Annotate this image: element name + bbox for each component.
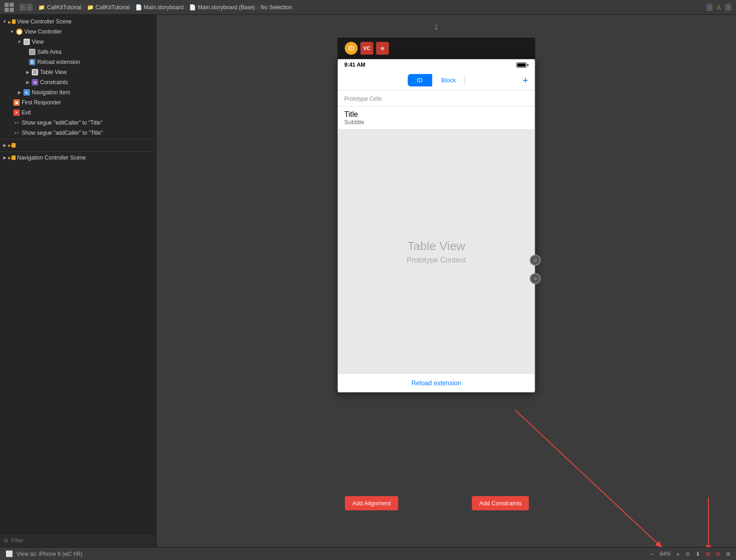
- sep-2: ›: [132, 4, 133, 11]
- label-safe-area: Safe Area: [37, 49, 62, 55]
- xcode-bottom-right: − 94% + ⊙ ⬇ ⊞ ⊟ ⊕: [650, 550, 730, 558]
- breadcrumb-label-3: Main.storyboard: [144, 4, 184, 11]
- breadcrumb-4[interactable]: 📄 Main.storyboard (Base): [189, 4, 255, 11]
- arrow-vcs: ▼: [1, 19, 8, 24]
- arrow-table: ▶: [24, 70, 31, 74]
- grid-icon[interactable]: [5, 3, 14, 12]
- zoom-plus-btn[interactable]: +: [676, 550, 680, 558]
- next-issue[interactable]: ›: [725, 4, 731, 11]
- sidebar-item-reload-ext[interactable]: B Reload extension: [0, 57, 156, 67]
- battery-fill: [518, 63, 526, 67]
- down-arrow-indicator: ↓: [338, 19, 535, 32]
- filter-bar: ⊙: [0, 533, 156, 547]
- arrow-title: ▶: [1, 143, 8, 148]
- table-view-label: Table View: [408, 239, 465, 253]
- sidebar-item-safe-area[interactable]: □ Safe Area: [0, 47, 156, 57]
- file-icon-4: 📄: [189, 4, 196, 11]
- icon-first-responder: ▣: [13, 99, 20, 106]
- view-as-label: View as: iPhone 8 (wC hR): [17, 551, 82, 557]
- sidebar-item-view-controller-scene[interactable]: ▼ ▸ View Controller Scene: [0, 17, 156, 27]
- canvas-area: ↓ VC ⊕: [156, 15, 736, 547]
- table-cell-row: Title Subtitle: [338, 107, 535, 130]
- xcode-bottom-bar: ⬜ View as: iPhone 8 (wC hR) − 94% + ⊙ ⬇ …: [0, 547, 736, 560]
- bottom-icon-3[interactable]: ⊞: [706, 551, 710, 557]
- battery-body: [517, 63, 527, 68]
- sidebar-item-segue-edit[interactable]: ↩ Show segue "editCaller" to "Title": [0, 118, 156, 128]
- sidebar-item-view[interactable]: ▼ □ View: [0, 37, 156, 47]
- breadcrumb-3[interactable]: 📄 Main.storyboard: [135, 4, 184, 11]
- label-vc: View Controller: [24, 29, 62, 35]
- back-arrow[interactable]: ‹: [19, 4, 26, 11]
- sidebar-item-segue-add[interactable]: ↩ Show segue "addCaller" to "Title": [0, 128, 156, 138]
- forward-arrow[interactable]: ›: [27, 4, 33, 11]
- divider-1: [0, 139, 156, 139]
- label-view: View: [32, 39, 44, 45]
- add-constraints-button[interactable]: Add Constraints: [472, 496, 529, 510]
- arrow-nav-scene: ▶: [1, 155, 8, 160]
- iphone-mockup: 9:41 AM ID Block +: [338, 59, 535, 393]
- seg-btn-block[interactable]: Block: [432, 74, 465, 86]
- prototype-content-label: Prototype Content: [407, 256, 466, 264]
- sidebar-item-title-scene[interactable]: ▶ ▸: [0, 140, 156, 150]
- sep-1: ›: [83, 4, 85, 11]
- label-nav-item: Navigation Item: [32, 89, 70, 96]
- sidebar-item-first-responder[interactable]: ▣ First Responder: [0, 97, 156, 108]
- toolbar-icon-1: [348, 45, 355, 51]
- label-first-responder: First Responder: [22, 99, 61, 106]
- nav-arrows[interactable]: ‹ ›: [19, 4, 33, 11]
- breadcrumb-1[interactable]: 📁 CallKitTutorial: [38, 4, 81, 11]
- sidebar-item-exit[interactable]: ✕ Exit: [0, 108, 156, 118]
- breadcrumb-label-1: CallKitTutorial: [47, 4, 81, 11]
- icon-exit: ✕: [13, 109, 20, 116]
- filter-input[interactable]: [11, 537, 152, 544]
- toolbar-btn-1[interactable]: [345, 42, 358, 55]
- iphone-container: VC ⊕ 9:41 AM: [338, 38, 535, 393]
- prototype-header: Prototype Cells: [338, 91, 535, 107]
- cell-subtitle: Subtitle: [345, 119, 529, 126]
- sidebar-item-nav-controller-scene[interactable]: ▶ ▸ Navigation Controller Scene: [0, 153, 156, 163]
- table-view-body: Table View Prototype Content: [338, 130, 535, 373]
- breadcrumb-2[interactable]: 📁 CallKitTutorial: [87, 4, 130, 11]
- breadcrumb-label-2: CallKitTutorial: [96, 4, 130, 11]
- add-alignment-button[interactable]: Add Alignment: [345, 496, 398, 510]
- reload-link[interactable]: Reload extension: [411, 379, 461, 387]
- file-icon-3: 📄: [135, 4, 142, 11]
- breadcrumb-label-5: No Selection: [261, 4, 292, 11]
- sidebar-item-navigation-item[interactable]: ▶ K Navigation Item: [0, 87, 156, 97]
- sep-4: ›: [257, 4, 259, 11]
- label-constraints: Constraints: [40, 79, 68, 86]
- prev-issue[interactable]: ‹: [707, 4, 713, 11]
- svg-line-4: [515, 410, 662, 547]
- arrow-view: ▼: [16, 40, 23, 44]
- nav-plus-btn[interactable]: +: [523, 74, 529, 86]
- icon-nav-item: K: [23, 89, 30, 96]
- arrow-vc: ▼: [8, 29, 16, 34]
- seg-btn-id[interactable]: ID: [408, 74, 432, 86]
- sidebar-item-table-view[interactable]: ▶ ☰ Table View: [0, 67, 156, 77]
- iphone-bottom: Reload extension: [338, 373, 535, 392]
- bottom-icon-1[interactable]: ⊙: [685, 551, 690, 557]
- bottom-icon-4[interactable]: ⊟: [716, 551, 720, 557]
- top-bar-right: ‹ ⚠ ›: [707, 4, 731, 11]
- label-nav-controller-scene: Navigation Controller Scene: [17, 154, 86, 161]
- breadcrumb-label-4: Main.storyboard (Base): [198, 4, 255, 11]
- folder-icon-1: 📁: [38, 4, 45, 11]
- toolbar-btn-2[interactable]: VC: [361, 42, 374, 55]
- icon-nav-controller-scene: ▸: [8, 154, 16, 161]
- view-as-icon: ⬜: [6, 550, 13, 557]
- segmented-control[interactable]: ID Block: [408, 74, 465, 86]
- sep-3: ›: [185, 4, 187, 11]
- status-bar: 9:41 AM: [338, 59, 535, 70]
- icon-table-view: ☰: [31, 69, 39, 76]
- zoom-minus-btn[interactable]: −: [650, 550, 654, 558]
- toolbar-btn-3[interactable]: ⊕: [376, 42, 389, 55]
- bottom-icon-5[interactable]: ⊕: [726, 551, 730, 557]
- svg-point-2: [351, 49, 352, 50]
- icon-title-scene: ▸: [8, 142, 16, 149]
- sidebar-item-constraints[interactable]: ▶ ⊞ Constraints: [0, 77, 156, 87]
- status-time: 9:41 AM: [345, 62, 366, 68]
- sidebar-item-view-controller[interactable]: ▼ ⬤ View Controller: [0, 27, 156, 37]
- bottom-icon-2[interactable]: ⬇: [696, 551, 700, 557]
- icon-segue-edit: ↩: [13, 119, 20, 126]
- icon-view: □: [23, 38, 30, 46]
